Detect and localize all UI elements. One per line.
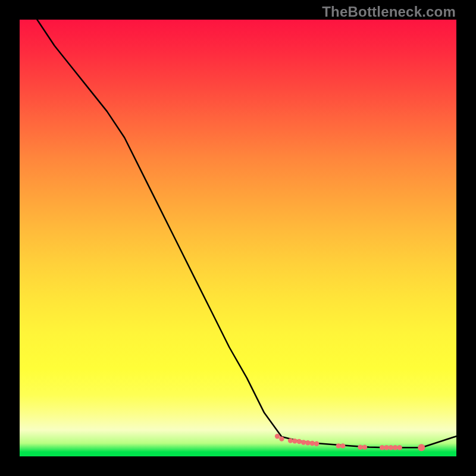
svg-point-15 — [389, 445, 393, 450]
watermark-label: TheBottleneck.com — [322, 4, 456, 20]
svg-point-14 — [384, 445, 389, 450]
svg-point-12 — [362, 444, 367, 449]
svg-point-5 — [301, 440, 306, 444]
svg-point-10 — [340, 443, 345, 448]
svg-point-13 — [380, 445, 384, 450]
svg-point-11 — [358, 444, 362, 449]
bottleneck-curve-path — [20, 0, 456, 447]
chart-frame: TheBottleneck.com — [0, 0, 476, 476]
svg-point-0 — [275, 434, 280, 439]
svg-point-16 — [393, 445, 397, 450]
end-marker — [418, 444, 425, 451]
svg-point-6 — [305, 440, 310, 445]
svg-point-4 — [297, 439, 302, 444]
svg-point-9 — [336, 443, 341, 448]
svg-point-19 — [418, 444, 425, 451]
svg-point-2 — [288, 438, 293, 443]
svg-point-8 — [314, 441, 319, 446]
svg-point-3 — [292, 439, 297, 443]
chart-overlay — [20, 20, 456, 456]
highlight-dots — [275, 434, 424, 450]
svg-point-17 — [397, 445, 402, 450]
svg-point-1 — [279, 436, 284, 441]
svg-point-7 — [310, 441, 315, 446]
